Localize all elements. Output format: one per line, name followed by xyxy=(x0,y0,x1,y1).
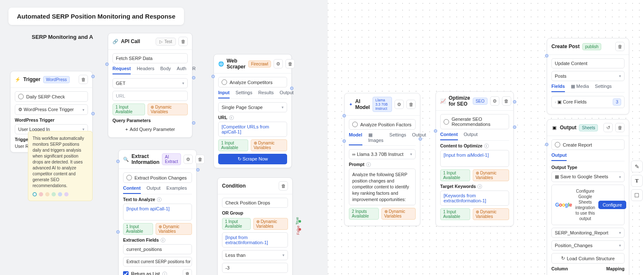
post-name-input[interactable]: Update Content xyxy=(551,58,625,68)
trigger-option[interactable]: Daily SERP Check xyxy=(15,91,88,102)
gear-icon[interactable]: ⚙ xyxy=(395,100,404,109)
tab-results[interactable]: Results xyxy=(258,90,274,98)
tab-body[interactable]: Body xyxy=(160,66,171,74)
text-analyze-field[interactable]: [Input from apiCall-1] xyxy=(123,204,192,221)
output-name[interactable]: Create Report xyxy=(551,139,625,150)
output-type-select[interactable]: ▦ Save to Google Sheets▾ xyxy=(551,172,625,182)
delete-icon[interactable]: 🗑 xyxy=(406,100,416,109)
input-chip: 1 Input Available xyxy=(440,208,470,220)
add-query-param[interactable]: + Add Query Parameter xyxy=(112,125,188,134)
delete-icon[interactable]: 🗑 xyxy=(79,75,88,84)
mode-select[interactable]: Single Page Scrape▾ xyxy=(218,102,287,112)
core-fields-row[interactable]: › ▣ Core Fields 3 xyxy=(551,96,625,108)
tab-headers[interactable]: Headers xyxy=(137,66,154,74)
method-select[interactable]: GET▾ xyxy=(112,78,188,88)
configure-button[interactable]: Configure xyxy=(598,201,626,209)
gear-icon[interactable]: ⚙ xyxy=(274,59,283,68)
load-columns-button[interactable]: ↻ Load Column Structure xyxy=(551,253,625,264)
node-output[interactable]: ▣ Output Sheets ↺ 🗑 Create Report Output… xyxy=(547,119,629,275)
kw-field[interactable]: [Keywords from extractInformation-1] xyxy=(440,191,509,206)
url-field[interactable]: [Competitor URLs from apiCall-1] xyxy=(218,122,287,137)
tab-fields[interactable]: Fields xyxy=(551,84,565,92)
output-icon: ▣ xyxy=(551,125,557,131)
seo-name[interactable]: Generate SEO Recommendations xyxy=(440,114,509,129)
content-label: Content to Optimize xyxy=(440,143,482,148)
edit-icon[interactable]: ✎ xyxy=(631,161,643,172)
url-input[interactable]: URL xyxy=(112,91,188,101)
tab-input[interactable]: Input xyxy=(218,90,230,98)
delete-icon[interactable]: 🗑 xyxy=(285,59,295,68)
field-key-input[interactable]: current_positions xyxy=(123,244,192,254)
node-scraper[interactable]: 🌐 Web Scraper Firecrawl ⚙ 🗑 Analyze Comp… xyxy=(214,54,292,168)
box-icon[interactable]: ☐ xyxy=(631,189,643,201)
input-chip: 1 Input Available xyxy=(440,169,470,181)
field-desc-input[interactable]: Extract current SERP positions for all k… xyxy=(123,257,192,267)
tab-settings[interactable]: Settings xyxy=(389,132,406,145)
search-icon: 🔍 xyxy=(123,156,129,162)
tab-settings[interactable]: Settings xyxy=(236,90,252,98)
core-trigger-select[interactable]: ⚙ WordPress Core Trigger▾ xyxy=(15,104,88,115)
model-select[interactable]: ∞ Llama 3.3 70B Instruct▾ xyxy=(349,149,416,159)
var-chip: ⊕ Dynamic Variables xyxy=(473,169,509,181)
tab-output[interactable]: Output xyxy=(551,152,567,161)
node-condition[interactable]: Condition 🗑 Check Position Drops OR Grou… xyxy=(217,177,293,275)
tab-content[interactable]: Content xyxy=(123,185,141,194)
delete-icon[interactable]: 🗑 xyxy=(615,123,625,132)
link-icon: 🔗 xyxy=(112,38,118,44)
post-type-select[interactable]: Posts▾ xyxy=(551,71,625,81)
tab-request[interactable]: Request xyxy=(112,66,131,74)
ai-name[interactable]: Analyze Position Factors xyxy=(349,119,416,130)
bolt-icon: ⚡ xyxy=(15,76,21,82)
tab-images[interactable]: ▦ Images xyxy=(368,132,384,145)
tab-output[interactable]: Output xyxy=(280,90,293,98)
scraper-name[interactable]: Analyze Competitors xyxy=(218,77,287,87)
tab-select[interactable]: Position_Changes▾ xyxy=(551,240,625,250)
seo-title: Optimize for SEO xyxy=(449,95,470,107)
tab-output[interactable]: Output xyxy=(147,185,161,194)
tab-examples[interactable]: Examples xyxy=(167,185,187,194)
prompt-textarea[interactable]: Analyze the following SERP position chan… xyxy=(349,169,416,205)
info-icon: i xyxy=(162,272,167,275)
condition-name-input[interactable]: Check Position Drops xyxy=(222,198,288,208)
node-seo[interactable]: 📈 Optimize for SEO SEO ⚙ 🗑 Generate SEO … xyxy=(436,91,514,226)
delete-field-icon[interactable]: 🗑 xyxy=(183,269,192,275)
extract-name[interactable]: Extract Position Changes xyxy=(123,172,192,183)
var-chip: ⊕ Dynamic Variables xyxy=(156,223,192,235)
delete-icon[interactable]: 🗑 xyxy=(195,155,205,164)
tab-content[interactable]: Content xyxy=(440,132,458,140)
var-chip: ⊕ Dynamic Variables xyxy=(381,208,416,220)
cond-op-select[interactable]: Less than▾ xyxy=(222,250,288,260)
tab-auth[interactable]: Auth xyxy=(177,66,186,74)
tab-settings[interactable]: Settings xyxy=(595,84,612,92)
gear-icon[interactable]: ⚙ xyxy=(184,155,193,164)
delete-icon[interactable]: 🗑 xyxy=(178,37,188,46)
node-api-call[interactable]: 🔗 API Call ▷ Test 🗑 Fetch SERP Data Requ… xyxy=(108,33,192,138)
node-extract[interactable]: 🔍 Extract Information AI Extract ⚙ 🗑 Ext… xyxy=(118,150,197,275)
extract-title: Extract Information xyxy=(132,153,159,165)
sheet-select[interactable]: SERP_Monitoring_Report▾ xyxy=(551,228,625,238)
scrape-button[interactable]: ↻ Scrape Now xyxy=(218,154,287,164)
cond-left-field[interactable]: [Input from extractInformation-1] xyxy=(222,232,288,248)
api-tabs: Request Headers Body Auth R xyxy=(112,66,188,75)
return-list-checkbox[interactable]: Return as List i 🗑 xyxy=(123,269,192,275)
api-name-input[interactable]: Fetch SERP Data xyxy=(112,53,188,63)
tab-model[interactable]: Model xyxy=(349,132,362,145)
tab-more[interactable]: R xyxy=(192,66,196,74)
history-icon[interactable]: ↺ xyxy=(603,123,613,132)
tab-media[interactable]: ▦ Media xyxy=(571,84,589,92)
extract-badge: AI Extract xyxy=(162,153,181,165)
text-icon[interactable]: T xyxy=(631,175,643,187)
test-button[interactable]: ▷ Test xyxy=(156,38,176,46)
content-field[interactable]: [Input from aiModel-1] xyxy=(440,150,509,167)
input-chip: 2 Inputs Available xyxy=(349,208,379,220)
tab-output[interactable]: Output xyxy=(464,132,478,140)
node-create-post[interactable]: Create Post publish 🗑 Update Content Pos… xyxy=(547,38,629,114)
node-ai-model[interactable]: ✦ AI Model Llama 3.3 70B Instruct ⚙ 🗑 An… xyxy=(344,93,420,226)
delete-icon[interactable]: 🗑 xyxy=(279,181,288,191)
delete-icon[interactable]: 🗑 xyxy=(502,96,511,106)
info-icon: i xyxy=(229,115,234,120)
cond-right-input[interactable]: -3 xyxy=(222,263,288,273)
delete-icon[interactable]: 🗑 xyxy=(615,42,625,51)
page-title: Automated SERP Position Monitoring and R… xyxy=(8,8,184,25)
gear-icon[interactable]: ⚙ xyxy=(490,96,499,106)
